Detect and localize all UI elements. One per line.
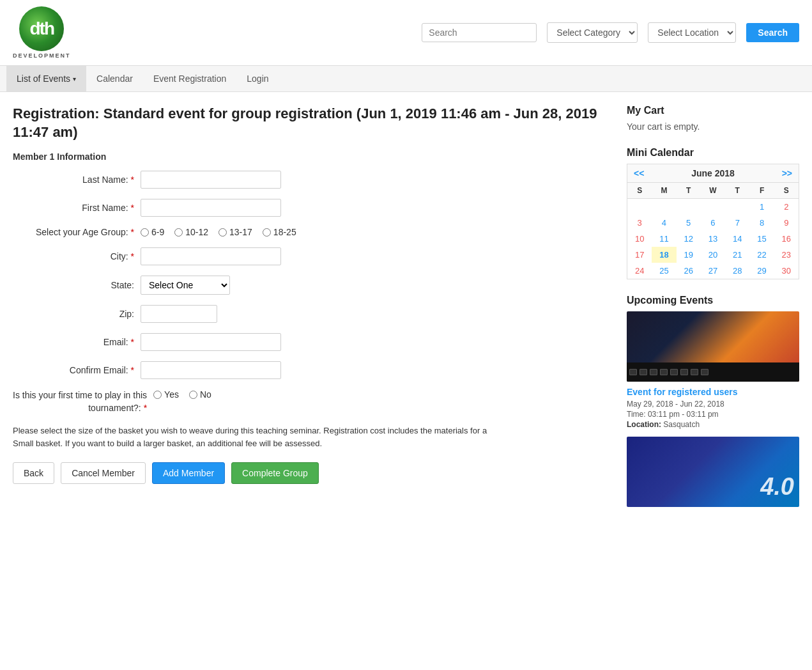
film-hole — [660, 369, 668, 375]
tournament-options: Yes No — [153, 389, 211, 400]
calendar-day[interactable]: 16 — [774, 231, 799, 247]
nav-label: Calendar — [96, 74, 133, 84]
header-search-button[interactable]: Search — [746, 23, 799, 42]
calendar-day[interactable]: 21 — [725, 247, 749, 263]
film-hole — [670, 369, 678, 375]
header: dth DEVELOPMENT Select Category Select L… — [0, 0, 812, 66]
age-option-18-25[interactable]: 18-25 — [263, 227, 296, 237]
calendar-day[interactable]: 6 — [701, 215, 725, 231]
cancel-member-button[interactable]: Cancel Member — [61, 462, 146, 484]
age-option-13-17[interactable]: 13-17 — [218, 227, 252, 237]
tournament-yes[interactable]: Yes — [153, 389, 179, 400]
calendar-day[interactable]: 3 — [627, 215, 652, 231]
city-label: City: * — [13, 251, 141, 261]
cal-header-w: W — [701, 183, 725, 199]
logo-sub: DEVELOPMENT — [13, 52, 71, 59]
calendar-day[interactable]: 23 — [774, 247, 799, 263]
calendar-day[interactable]: 1 — [749, 199, 774, 215]
tournament-radio-no[interactable] — [189, 391, 197, 399]
event-time-registered: Time: 03:11 pm - 03:11 pm — [627, 410, 799, 419]
calendar-day[interactable]: 30 — [774, 263, 799, 279]
nav-item-event-registration[interactable]: Event Registration — [143, 66, 236, 91]
cart-section: My Cart Your cart is empty. — [627, 105, 799, 132]
calendar-day[interactable]: 18 — [652, 247, 676, 263]
tournament-label: Is this your first time to play in thist… — [13, 389, 153, 414]
age-radio-6-9[interactable] — [141, 228, 149, 237]
add-member-button[interactable]: Add Member — [152, 462, 225, 484]
calendar-day[interactable]: 10 — [627, 231, 652, 247]
tournament-row: Is this your first time to play in thist… — [13, 389, 608, 414]
first-name-row: First Name: * — [13, 199, 608, 217]
calendar-day[interactable]: 20 — [701, 247, 725, 263]
cal-header-f: F — [749, 183, 774, 199]
required-marker: * — [144, 403, 147, 413]
first-name-input[interactable] — [141, 199, 281, 217]
calendar-day[interactable]: 17 — [627, 247, 652, 263]
calendar-title: Mini Calendar — [627, 147, 799, 159]
email-input[interactable] — [141, 333, 281, 351]
calendar-day[interactable]: 8 — [749, 215, 774, 231]
email-label: Email: * — [13, 337, 141, 347]
state-row: State: Select One — [13, 276, 608, 295]
event-link-registered[interactable]: Event for registered users — [627, 387, 799, 397]
calendar-day[interactable]: 5 — [677, 215, 701, 231]
back-button[interactable]: Back — [13, 462, 54, 484]
age-option-10-12[interactable]: 10-12 — [174, 227, 208, 237]
calendar-day[interactable]: 26 — [677, 263, 701, 279]
robot-bg: 4.0 — [627, 437, 799, 507]
calendar-day[interactable]: 4 — [652, 215, 676, 231]
calendar-prev[interactable]: << — [634, 168, 644, 178]
nav-item-login[interactable]: Login — [236, 66, 279, 91]
film-hole — [650, 369, 657, 375]
logo-icon: dth — [19, 6, 64, 51]
calendar-day — [677, 199, 701, 215]
category-select[interactable]: Select Category — [547, 22, 638, 43]
age-option-6-9[interactable]: 6-9 — [141, 227, 164, 237]
header-search-input[interactable] — [422, 23, 537, 42]
calendar-day — [652, 199, 676, 215]
nav-label: Event Registration — [153, 74, 226, 84]
confirm-email-row: Confirm Email: * — [13, 361, 608, 379]
calendar-day[interactable]: 11 — [652, 231, 676, 247]
age-radio-10-12[interactable] — [174, 228, 183, 237]
calendar-day[interactable]: 13 — [701, 231, 725, 247]
calendar-section: Mini Calendar << June 2018 >> S M T W T — [627, 147, 799, 279]
calendar-day[interactable]: 9 — [774, 215, 799, 231]
complete-group-button[interactable]: Complete Group — [231, 462, 319, 484]
city-row: City: * — [13, 247, 608, 265]
age-radio-13-17[interactable] — [218, 228, 227, 237]
zip-input[interactable] — [141, 305, 217, 323]
state-select[interactable]: Select One — [141, 276, 230, 295]
city-input[interactable] — [141, 247, 281, 265]
calendar-day[interactable]: 7 — [725, 215, 749, 231]
film-hole — [691, 369, 698, 375]
page-title: Registration: Standard event for group r… — [13, 105, 608, 141]
calendar-day[interactable]: 15 — [749, 231, 774, 247]
nav-item-calendar[interactable]: Calendar — [86, 66, 143, 91]
tournament-radio-yes[interactable] — [153, 391, 162, 399]
calendar-day[interactable]: 28 — [725, 263, 749, 279]
age-group-label: Select your Age Group: * — [13, 227, 141, 237]
calendar-day[interactable]: 27 — [701, 263, 725, 279]
last-name-input[interactable] — [141, 171, 281, 189]
tournament-no[interactable]: No — [189, 389, 211, 400]
calendar-day[interactable]: 14 — [725, 231, 749, 247]
event-item-film: Event for registered users May 29, 2018 … — [627, 311, 799, 429]
age-group-options: 6-9 10-12 13-17 18-25 — [141, 227, 296, 237]
calendar-day[interactable]: 2 — [774, 199, 799, 215]
calendar-next[interactable]: >> — [782, 168, 792, 178]
calendar-day[interactable]: 22 — [749, 247, 774, 263]
calendar-day[interactable]: 25 — [652, 263, 676, 279]
calendar-day[interactable]: 29 — [749, 263, 774, 279]
calendar-day[interactable]: 24 — [627, 263, 652, 279]
event-item-robot: 4.0 — [627, 437, 799, 507]
calendar-day[interactable]: 19 — [677, 247, 701, 263]
event-robot-thumbnail: 4.0 — [627, 437, 799, 507]
film-hole — [629, 369, 637, 375]
age-radio-18-25[interactable] — [263, 228, 271, 237]
required-marker: * — [131, 227, 134, 237]
nav-item-list-of-events[interactable]: List of Events ▾ — [6, 66, 86, 91]
location-select[interactable]: Select Location — [648, 22, 736, 43]
calendar-day[interactable]: 12 — [677, 231, 701, 247]
confirm-email-input[interactable] — [141, 361, 281, 379]
